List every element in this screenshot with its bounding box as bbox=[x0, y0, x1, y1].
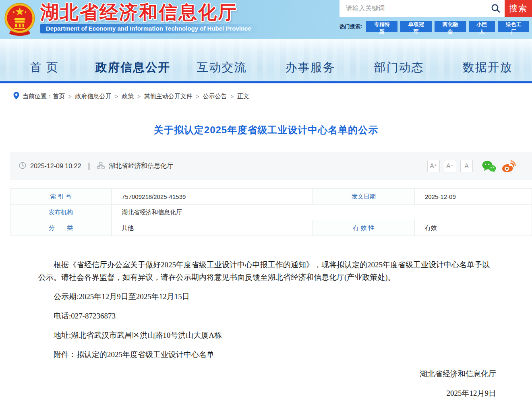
table-row: 索 引 号 757009218/2025-41539 发文日期 2025-12-… bbox=[10, 189, 532, 205]
breadcrumb-current: 正文 bbox=[237, 93, 249, 100]
hot-tag-button[interactable]: 专精特新 bbox=[366, 21, 397, 32]
phone-line: 电话:027-87236873 bbox=[38, 311, 496, 321]
hot-search-row: 热门搜索: 专精特新 单项冠军 两化融合 小巨人 绿色工厂 bbox=[339, 21, 532, 32]
font-size-decrease-button[interactable]: A⁻ bbox=[444, 160, 456, 172]
breadcrumb-link[interactable]: 公示公告 bbox=[203, 93, 227, 100]
article-body: 根据《省经信厅办公室关于做好2025年度省级工业设计中心申报工作的通知》，现将拟… bbox=[38, 258, 496, 399]
page-title: 关于拟认定2025年度省级工业设计中心名单的公示 bbox=[0, 124, 532, 136]
page: ★ ★ 湖北省经济和信息化厅 Department of Economy and… bbox=[0, 0, 532, 399]
breadcrumb-link[interactable]: 其他主动公开文件 bbox=[144, 93, 193, 100]
weibo-share-icon[interactable] bbox=[502, 160, 516, 172]
breadcrumb-link[interactable]: 政策 bbox=[122, 93, 134, 100]
location-pin-icon bbox=[13, 92, 19, 101]
nav-item-interaction[interactable]: 互动交流 bbox=[177, 60, 266, 81]
validity-label: 有 效 性 bbox=[313, 220, 415, 236]
search-icon[interactable] bbox=[487, 4, 505, 13]
meta-divider bbox=[89, 163, 89, 170]
index-number-value: 757009218/2025-41539 bbox=[112, 189, 313, 205]
signature-org: 湖北省经济和信息化厅 bbox=[38, 369, 496, 379]
site-brand: 湖北省经济和信息化厅 Department of Economy and Inf… bbox=[40, 2, 259, 39]
breadcrumb-label: 当前位置： bbox=[23, 93, 53, 100]
signature-date: 2025年12月9日 bbox=[38, 388, 496, 399]
attachment-line: 附件：拟认定的2025年度省级工业设计中心名单 bbox=[38, 349, 496, 360]
breadcrumb-separator: > bbox=[68, 93, 72, 99]
hot-tag-button[interactable]: 单项冠军 bbox=[400, 21, 432, 32]
source-icon bbox=[97, 162, 105, 170]
hot-search-label: 热门搜索: bbox=[339, 23, 362, 30]
breadcrumb-link[interactable]: 首页 bbox=[53, 93, 65, 100]
search-area: 搜索 热门搜索: 专精特新 单项冠军 两化融合 小巨人 绿色工厂 bbox=[339, 0, 532, 32]
search-button[interactable]: 搜索 bbox=[505, 0, 532, 17]
issue-date-value: 2025-12-09 bbox=[415, 189, 532, 205]
publishing-agency-value: 湖北省经济和信息化厅 bbox=[112, 205, 532, 220]
nav-item-home[interactable]: 首 页 bbox=[0, 60, 89, 81]
hot-tag-button[interactable]: 两化融合 bbox=[435, 21, 466, 32]
breadcrumb: 当前位置： 首页 > 政府信息公开 > 政策 > 其他主动公开文件 > 公示公告… bbox=[0, 83, 532, 100]
national-emblem-icon: ★ ★ bbox=[3, 2, 36, 39]
validity-value: 有效 bbox=[415, 220, 532, 236]
main-nav: 首 页 政府信息公开 互动交流 办事服务 部门动态 数据开放 bbox=[0, 39, 532, 83]
table-row: 发布机构 湖北省经济和信息化厅 bbox=[10, 205, 532, 220]
font-size-increase-button[interactable]: A⁺ bbox=[427, 160, 440, 172]
category-value: 其他 bbox=[112, 220, 313, 236]
clock-icon bbox=[19, 162, 26, 171]
nav-item-services[interactable]: 办事服务 bbox=[266, 60, 355, 81]
attachment-link[interactable]: 拟认定的2025年度省级工业设计中心名单 bbox=[77, 350, 214, 359]
wechat-share-icon[interactable] bbox=[482, 160, 496, 172]
svg-text:★: ★ bbox=[12, 10, 15, 14]
table-row: 分 类 其他 有 效 性 有效 bbox=[10, 220, 532, 236]
issue-date-label: 发文日期 bbox=[313, 189, 415, 205]
nav-item-open-data[interactable]: 数据开放 bbox=[443, 60, 532, 81]
publish-datetime: 2025-12-09 10:22 bbox=[30, 163, 81, 170]
svg-text:★: ★ bbox=[24, 10, 27, 14]
publish-source: 湖北省经济和信息化厅 bbox=[109, 162, 173, 170]
search-box bbox=[339, 0, 505, 17]
hot-tag-button[interactable]: 小巨人 bbox=[469, 21, 495, 32]
attachment-label: 附件： bbox=[54, 350, 77, 359]
breadcrumb-separator: > bbox=[230, 93, 234, 99]
publishing-agency-label: 发布机构 bbox=[10, 205, 112, 220]
search-input[interactable] bbox=[339, 0, 487, 17]
document-info-table: 索 引 号 757009218/2025-41539 发文日期 2025-12-… bbox=[10, 188, 532, 236]
site-title: 湖北省经济和信息化厅 bbox=[40, 2, 259, 23]
breadcrumb-link[interactable]: 政府信息公开 bbox=[75, 93, 112, 100]
breadcrumb-separator: > bbox=[137, 93, 141, 99]
breadcrumb-separator: > bbox=[115, 93, 118, 99]
article-meta-bar: 2025-12-09 10:22 湖北省经济和信息化厅 A⁺ A⁻ A bbox=[10, 152, 532, 180]
index-number-label: 索 引 号 bbox=[10, 189, 112, 205]
category-label: 分 类 bbox=[10, 220, 112, 236]
site-subtitle: Department of Economy and Information Te… bbox=[40, 24, 259, 33]
font-size-reset-button[interactable]: A bbox=[460, 160, 473, 172]
address-line: 地址:湖北省武汉市武昌区洪山路10号洪山大厦A栋 bbox=[38, 330, 496, 341]
site-header: ★ ★ 湖北省经济和信息化厅 Department of Economy and… bbox=[0, 0, 532, 39]
nav-item-department-news[interactable]: 部门动态 bbox=[355, 60, 443, 81]
breadcrumb-separator: > bbox=[196, 93, 199, 99]
hot-tag-button[interactable]: 绿色工厂 bbox=[498, 21, 529, 32]
body-paragraph: 根据《省经信厅办公室关于做好2025年度省级工业设计中心申报工作的通知》，现将拟… bbox=[38, 258, 496, 283]
publicity-period-line: 公示期:2025年12月9日至2025年12月15日 bbox=[38, 291, 496, 302]
nav-item-info-disclosure[interactable]: 政府信息公开 bbox=[89, 60, 177, 81]
